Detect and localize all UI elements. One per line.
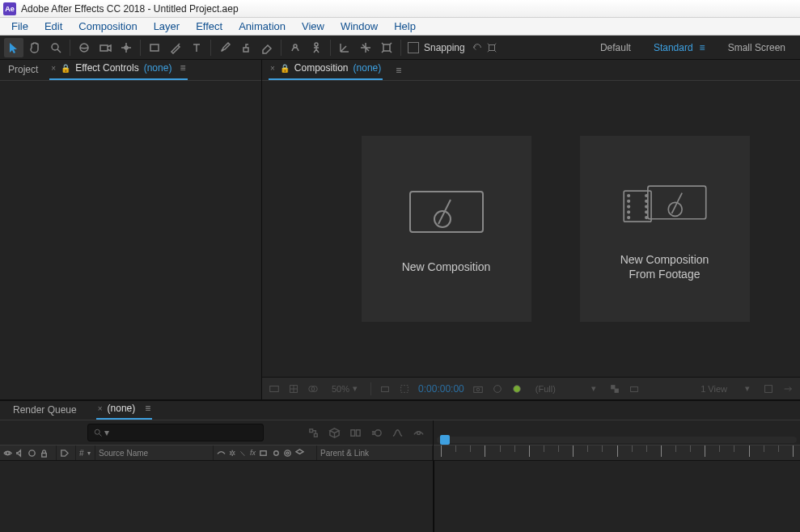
effect-controls-target: (none) (144, 62, 172, 74)
orbit-tool-icon[interactable] (74, 38, 94, 57)
frame-blend-icon[interactable] (347, 424, 363, 441)
view-layout-dropdown[interactable]: 1 View▾ (696, 383, 755, 394)
hand-tool-icon[interactable] (25, 38, 44, 57)
svg-point-33 (493, 385, 501, 392)
close-tab-icon[interactable]: × (270, 64, 275, 73)
col-source-name[interactable]: Source Name (95, 445, 214, 460)
brush-tool-icon[interactable] (215, 38, 235, 57)
snap-sync-icon[interactable] (472, 42, 483, 53)
zoom-tool-icon[interactable] (46, 38, 66, 57)
current-time-indicator-icon[interactable] (440, 435, 450, 445)
close-tab-icon[interactable]: × (98, 404, 103, 413)
composition-footer: 50%▾ 0:00:00:00 (Full)▾ 1 View▾ (262, 377, 800, 399)
roi-icon[interactable] (399, 383, 410, 395)
timeline-layer-list: ▾ #▾ S (0, 420, 434, 532)
composition-mini-flowchart-icon[interactable] (305, 424, 321, 441)
graph-editor-icon[interactable] (389, 424, 405, 441)
composition-panel: × 🔒 Composition (none) ≡ New Composition (262, 60, 800, 399)
workspace-default[interactable]: Default (600, 42, 631, 53)
local-axis-icon[interactable] (335, 38, 354, 57)
selection-tool-icon[interactable] (4, 38, 23, 57)
camera-tool-icon[interactable] (95, 38, 115, 57)
pen-tool-icon[interactable] (166, 38, 185, 57)
lock-icon[interactable]: 🔒 (61, 64, 70, 73)
workspace-menu-icon[interactable]: ≡ (700, 42, 705, 53)
col-number[interactable]: #▾ (76, 445, 95, 460)
svg-rect-25 (270, 386, 279, 391)
col-parent-link[interactable]: Parent & Link (317, 445, 433, 460)
tab-effect-controls[interactable]: × 🔒 Effect Controls (none) ≡ (49, 59, 188, 80)
panel-menu-icon[interactable]: ≡ (145, 403, 150, 414)
shy-icon[interactable] (410, 424, 426, 441)
snapping-checkbox-icon[interactable] (408, 42, 419, 53)
puppet-tool-icon[interactable] (307, 38, 326, 57)
panel-menu-icon[interactable]: ≡ (180, 62, 186, 74)
menu-effect[interactable]: Effect (188, 19, 231, 34)
world-axis-icon[interactable] (356, 38, 375, 57)
solo-icon (28, 449, 36, 458)
menu-edit[interactable]: Edit (36, 19, 70, 34)
mask-icon[interactable] (307, 383, 319, 395)
time-ruler[interactable] (434, 445, 800, 461)
transparency-grid-icon[interactable] (609, 383, 620, 395)
menu-view[interactable]: View (294, 19, 332, 34)
new-composition-button[interactable]: New Composition (362, 136, 531, 322)
col-switches[interactable]: ✲ ⟍ fx (214, 445, 317, 460)
svg-point-44 (375, 429, 381, 436)
resolution-dropdown[interactable]: (Full)▾ (531, 383, 601, 394)
snapping-toggle[interactable]: Snapping (408, 42, 497, 53)
menu-composition[interactable]: Composition (70, 19, 145, 34)
svg-point-11 (434, 211, 451, 227)
close-tab-icon[interactable]: × (51, 64, 56, 73)
svg-rect-49 (260, 450, 266, 455)
panel-menu-icon[interactable]: ≡ (396, 65, 401, 76)
new-composition-from-footage-button[interactable]: New Composition From Footage (580, 136, 750, 322)
workspace-standard[interactable]: Standard ≡ (654, 42, 705, 53)
svg-point-24 (668, 202, 682, 216)
channel-icon[interactable] (492, 383, 503, 395)
adjustment-column-icon (283, 449, 292, 458)
svg-point-32 (476, 388, 480, 391)
3d-view-icon[interactable] (629, 383, 640, 395)
snapshot-icon[interactable] (472, 383, 484, 395)
project-panel: Project × 🔒 Effect Controls (none) ≡ (0, 60, 262, 399)
pan-behind-tool-icon[interactable] (116, 38, 136, 57)
menu-animation[interactable]: Animation (231, 19, 294, 34)
time-navigator[interactable] (437, 437, 797, 443)
menu-layer[interactable]: Layer (146, 19, 188, 34)
grid-icon[interactable] (288, 383, 299, 395)
menu-window[interactable]: Window (332, 19, 386, 34)
menu-help[interactable]: Help (386, 19, 424, 34)
col-av-features[interactable] (0, 445, 57, 460)
svg-rect-29 (382, 386, 389, 391)
composition-viewer: New Composition New Composition From Foo… (262, 81, 800, 377)
type-tool-icon[interactable] (187, 38, 206, 57)
eraser-tool-icon[interactable] (257, 38, 277, 57)
svg-point-13 (627, 195, 629, 197)
roto-brush-tool-icon[interactable] (286, 38, 305, 57)
tab-timeline-none[interactable]: × (none) ≡ (96, 400, 153, 420)
current-timecode[interactable]: 0:00:00:00 (418, 383, 464, 395)
zoom-dropdown[interactable]: 50%▾ (327, 383, 362, 394)
workspace-small-screen[interactable]: Small Screen (728, 42, 785, 53)
tab-project[interactable]: Project (6, 61, 40, 80)
magnify-icon[interactable] (269, 383, 280, 395)
pixel-aspect-icon[interactable] (763, 383, 774, 395)
label-icon (60, 449, 69, 458)
menu-file[interactable]: File (3, 19, 36, 34)
resolution-icon[interactable] (379, 383, 391, 395)
motion-blur-icon[interactable] (368, 424, 384, 441)
tab-composition[interactable]: × 🔒 Composition (none) (269, 59, 383, 80)
color-icon[interactable] (511, 383, 523, 395)
view-axis-icon[interactable] (377, 38, 396, 57)
clone-stamp-tool-icon[interactable] (236, 38, 256, 57)
tab-render-queue[interactable]: Render Queue (11, 402, 78, 420)
draft-3d-icon[interactable] (326, 424, 342, 441)
col-label[interactable] (57, 445, 76, 460)
timeline-search-input[interactable]: ▾ (87, 424, 264, 441)
fast-preview-icon[interactable] (782, 383, 794, 395)
rectangle-tool-icon[interactable] (145, 38, 164, 57)
composition-panel-tabs: × 🔒 Composition (none) ≡ (262, 60, 800, 81)
lock-icon[interactable]: 🔒 (280, 64, 290, 73)
snap-box-icon[interactable] (486, 42, 497, 53)
